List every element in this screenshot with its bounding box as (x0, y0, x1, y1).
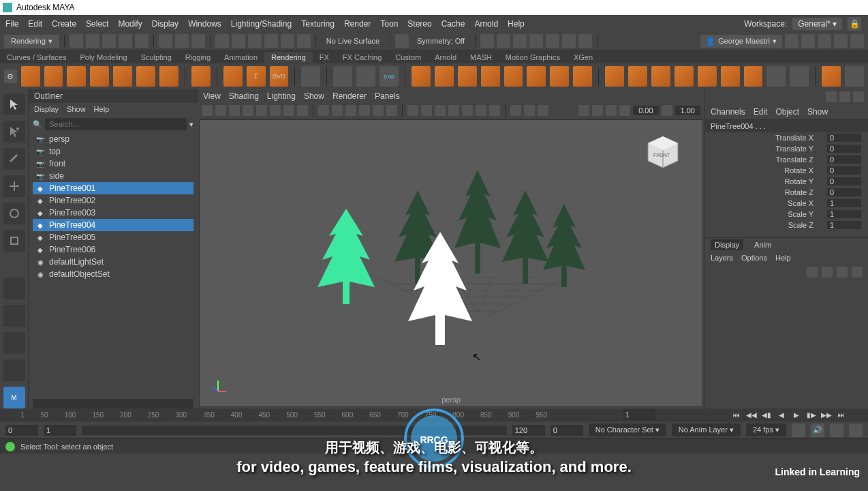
anim-start-input[interactable] (5, 425, 38, 436)
shelf-append-icon[interactable] (698, 66, 717, 87)
shelf-tab-fxcaching[interactable]: FX Caching (336, 52, 388, 63)
snap-point-button[interactable] (248, 34, 262, 48)
shelf-reduce-icon[interactable] (550, 66, 569, 87)
outliner-item-PineTree004[interactable]: ◆PineTree004 (33, 219, 193, 231)
pause-icon[interactable] (578, 34, 592, 48)
symmetry-label[interactable]: Symmetry: Off (412, 35, 470, 46)
vp-joints-icon[interactable] (435, 105, 446, 116)
shelf-torus-icon[interactable] (113, 66, 132, 87)
select-object-button[interactable] (191, 34, 205, 48)
shelf-last-icon[interactable] (845, 66, 864, 87)
render-settings-button[interactable] (529, 34, 543, 48)
step-forward-button[interactable]: ▶▶ (820, 408, 833, 421)
go-start-button[interactable]: ⏮ (730, 408, 743, 421)
shelf-plane-icon[interactable] (136, 66, 155, 87)
shelf-tab-xgen[interactable]: XGen (567, 52, 600, 63)
vp-motion-icon[interactable] (462, 105, 473, 116)
channel-attr-row[interactable]: Translate Y0 (705, 143, 868, 154)
vp-exposure-icon[interactable] (510, 105, 521, 116)
viewport-shading-menu[interactable]: Shading (229, 91, 259, 101)
channel-icon-3[interactable] (853, 91, 864, 102)
vp-shaded-icon[interactable] (332, 105, 343, 116)
prev-key-button[interactable]: ◀▮ (760, 408, 773, 421)
toolbar-icon-2[interactable] (801, 34, 815, 48)
shelf-table-icon[interactable] (301, 66, 320, 87)
light-editor-button[interactable] (562, 34, 576, 48)
shelf-cone-icon[interactable] (90, 66, 109, 87)
shelf-tab-curves[interactable]: Curves / Surfaces (0, 52, 73, 63)
menu-render[interactable]: Render (344, 19, 371, 29)
vp-view-transform-icon[interactable] (538, 105, 548, 116)
shelf-delete-icon[interactable] (356, 66, 375, 87)
vp-wireframe-icon[interactable] (345, 105, 356, 116)
outliner-item-PineTree001[interactable]: ◆PineTree001 (33, 182, 193, 194)
undo-button[interactable] (119, 34, 132, 48)
snap-toggle-button[interactable] (3, 278, 25, 299)
outliner-item-defaultLightSet[interactable]: ◉defaultLightSet (33, 256, 193, 268)
menu-stereo[interactable]: Stereo (407, 19, 431, 29)
outliner-show-menu[interactable]: Show (67, 105, 86, 113)
channel-attr-row[interactable]: Rotate Z0 (705, 187, 868, 198)
layout-maya-button[interactable]: M (3, 387, 25, 408)
snap-grid-button[interactable] (215, 34, 229, 48)
vp-isolate-icon[interactable] (407, 105, 418, 116)
attr-value[interactable]: 1 (827, 221, 861, 229)
vp-grease-icon[interactable] (256, 105, 267, 116)
attr-value[interactable]: 0 (827, 134, 861, 142)
channels-show-tab[interactable]: Show (807, 107, 828, 117)
menu-display[interactable]: Display (152, 19, 179, 29)
anim-layer-dropdown[interactable]: No Anim Layer ▾ (672, 423, 741, 436)
toolbar-icon-1[interactable] (785, 34, 799, 48)
layout-single-button[interactable] (3, 332, 25, 354)
play-forward-button[interactable]: ▶ (790, 408, 803, 421)
next-key-button[interactable]: ▮▶ (805, 408, 818, 421)
select-hierarchy-button[interactable] (175, 34, 189, 48)
scale-tool-button[interactable] (3, 230, 25, 252)
shelf-tab-custom[interactable]: Custom (388, 52, 428, 63)
shelf-fill-icon[interactable] (675, 66, 694, 87)
lock-icon[interactable]: 🔒 (848, 17, 861, 31)
shelf-tab-polymodeling[interactable]: Poly Modeling (73, 52, 134, 63)
layer-display-tab[interactable]: Display (711, 239, 743, 250)
save-scene-button[interactable] (102, 34, 116, 48)
attr-value[interactable]: 0 (827, 188, 861, 196)
viewport-view-menu[interactable]: View (203, 91, 221, 101)
viewport-renderer-menu[interactable]: Renderer (332, 91, 367, 101)
toolbar-icon-3[interactable] (818, 34, 831, 48)
channel-attr-row[interactable]: Rotate X0 (705, 165, 868, 176)
shelf-wireframe-icon[interactable] (766, 66, 786, 87)
shelf-bevel-icon[interactable] (628, 66, 647, 87)
shelf-tab-rigging[interactable]: Rigging (179, 52, 217, 63)
shelf-platonic-icon[interactable] (191, 66, 211, 87)
shelf-svg-icon[interactable]: SVG (270, 66, 289, 87)
channel-attr-row[interactable]: Scale Z1 (705, 220, 868, 230)
attr-value[interactable]: 0 (827, 155, 861, 164)
menu-help[interactable]: Help (508, 19, 525, 29)
shelf-tab-fx[interactable]: FX (313, 52, 336, 63)
render-view-button[interactable] (480, 34, 494, 48)
vp-multisample-icon[interactable] (476, 105, 486, 116)
shelf-collapse-icon[interactable] (721, 66, 740, 87)
construction-history-button[interactable] (395, 34, 409, 48)
vp-lights-icon[interactable] (373, 105, 384, 116)
attr-value[interactable]: 1 (827, 210, 861, 218)
vp-xray-icon[interactable] (421, 105, 432, 116)
module-selector[interactable]: Rendering ▾ (4, 35, 59, 48)
redo-button[interactable] (135, 34, 149, 48)
shelf-tab-sculpting[interactable]: Sculpting (134, 52, 179, 63)
anim-end-input[interactable] (551, 425, 583, 436)
vp-gamma-icon[interactable] (524, 105, 535, 116)
shelf-toggle-icon[interactable]: ⚙ (4, 70, 17, 83)
layer-btn-3[interactable] (837, 267, 848, 278)
menu-windows[interactable]: Windows (188, 19, 221, 29)
outliner-item-PineTree002[interactable]: ◆PineTree002 (33, 194, 193, 207)
channel-icon-2[interactable] (839, 91, 850, 102)
current-frame-input[interactable] (623, 409, 655, 420)
shelf-remesh-icon[interactable] (573, 66, 592, 87)
outliner-item-top[interactable]: 📷top (33, 145, 193, 158)
paint-tool-button[interactable] (3, 148, 25, 170)
select-tool-button[interactable] (3, 93, 25, 115)
move-tool-button[interactable] (3, 175, 25, 197)
shelf-bridge-icon[interactable] (651, 66, 670, 87)
shelf-type-t-icon[interactable]: T (247, 66, 266, 87)
